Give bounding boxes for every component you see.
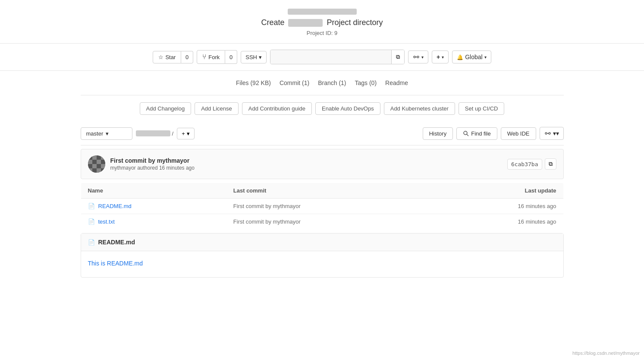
add-kubernetes-button[interactable]: Add Kubernetes cluster (384, 102, 455, 115)
file-link-readme[interactable]: README.md (88, 203, 220, 209)
compare-dropdown-icon: ▾ (421, 55, 424, 60)
file-link-testtxt[interactable]: test.txt (88, 218, 220, 225)
add-dropdown-icon: ▾ (187, 130, 190, 137)
file-last-update-readme: 16 minutes ago (431, 199, 563, 214)
project-nav-breadcrumb (288, 9, 357, 15)
plus-label: + (182, 130, 185, 137)
quick-actions: Add Changelog Add License Add Contributi… (81, 95, 564, 122)
readme-title: README.md (98, 239, 135, 246)
readme-header: README.md (81, 234, 563, 251)
star-count: 0 (181, 51, 193, 63)
tab-readme[interactable]: Readme (385, 78, 408, 88)
svg-rect-14 (97, 164, 101, 168)
fork-button[interactable]: Fork (197, 50, 225, 64)
path-segment-blurred (136, 130, 170, 136)
readme-content: This is README.md (81, 251, 563, 277)
commit-info: First commit by mythmayor mythmayor auth… (81, 149, 564, 179)
file-last-commit-testtxt: First commit by mythmayor (226, 214, 431, 230)
col-last-commit: Last commit (226, 183, 431, 199)
project-name-blurred (288, 19, 323, 27)
enable-autodevops-button[interactable]: Enable Auto DevOps (315, 102, 380, 115)
project-header: Create Project directory Project ID: 9 (0, 0, 644, 44)
svg-point-1 (417, 56, 419, 58)
project-title: Create Project directory (0, 18, 644, 27)
history-button[interactable]: History (423, 127, 453, 140)
star-button-group: Star 0 (153, 51, 193, 63)
file-name-cell: README.md (81, 199, 226, 214)
file-toolbar: master / + ▾ History Find file (81, 122, 564, 145)
svg-point-6 (549, 133, 550, 134)
file-doc-icon (88, 218, 95, 225)
star-icon (158, 54, 163, 60)
clone-icon (544, 130, 551, 137)
global-dropdown-icon: ▾ (484, 55, 487, 60)
clone-repo-button[interactable]: ▾ (540, 127, 564, 140)
file-name: test.txt (98, 218, 115, 225)
file-table: Name Last commit Last update README.md F… (81, 183, 564, 230)
fork-icon (202, 53, 207, 61)
svg-rect-12 (101, 160, 105, 164)
tab-branch[interactable]: Branch (1) (318, 78, 346, 88)
find-file-label: Find file (471, 130, 491, 137)
svg-rect-9 (88, 155, 92, 160)
path-display: / (136, 130, 174, 137)
tab-files[interactable]: Files (92 KB) (236, 78, 271, 88)
clone-url-input[interactable] (270, 50, 391, 64)
branch-selector[interactable]: master (81, 127, 132, 140)
commit-hash-area: 6cab37ba (507, 158, 556, 170)
add-contribution-button[interactable]: Add Contribution guide (242, 102, 312, 115)
commit-meta: mythmayor authored 16 minutes ago (110, 165, 502, 171)
web-ide-button[interactable]: Web IDE (501, 127, 536, 140)
file-table-body: README.md First commit by mythmayor 16 m… (81, 199, 563, 230)
bell-button[interactable]: Global ▾ (452, 51, 491, 63)
action-bar: Star 0 Fork 0 SSH (0, 44, 644, 71)
svg-rect-10 (92, 160, 97, 164)
path-add-button[interactable]: + ▾ (177, 128, 195, 139)
path-separator: / (172, 130, 174, 137)
add-changelog-button[interactable]: Add Changelog (140, 102, 192, 115)
setup-cicd-button[interactable]: Set up CI/CD (459, 102, 505, 115)
table-row: test.txt First commit by mythmayor 16 mi… (81, 214, 563, 230)
file-last-update-testtxt: 16 minutes ago (431, 214, 563, 230)
svg-rect-15 (92, 168, 97, 173)
svg-line-4 (467, 134, 468, 136)
svg-point-3 (464, 131, 467, 135)
commit-time: 16 minutes ago (159, 165, 195, 171)
commit-author: mythmayor (110, 165, 136, 171)
readme-text: This is README.md (88, 260, 143, 267)
find-file-button[interactable]: Find file (456, 127, 497, 140)
commit-details: First commit by mythmayor mythmayor auth… (110, 157, 502, 171)
copy-hash-button[interactable] (545, 158, 556, 170)
tab-commit[interactable]: Commit (1) (280, 78, 309, 88)
commit-avatar (88, 155, 105, 173)
main-content: Files (92 KB) Commit (1) Branch (1) Tags… (72, 71, 572, 278)
page-wrapper: Create Project directory Project ID: 9 S… (0, 0, 644, 278)
svg-rect-16 (101, 168, 105, 173)
table-row: README.md First commit by mythmayor 16 m… (81, 199, 563, 214)
plus-icon (437, 54, 440, 60)
file-name: README.md (98, 203, 132, 209)
commit-message: First commit by mythmayor (110, 157, 502, 164)
compare-button[interactable]: ▾ (408, 51, 428, 63)
add-license-button[interactable]: Add License (195, 102, 239, 115)
search-icon (463, 130, 469, 136)
copy-url-button[interactable] (391, 50, 404, 64)
ssh-button[interactable]: SSH (241, 51, 267, 63)
star-button[interactable]: Star (153, 51, 181, 63)
svg-point-5 (545, 133, 547, 134)
branch-name: master (86, 130, 104, 137)
tab-tags[interactable]: Tags (0) (355, 78, 377, 88)
clone-url-field (270, 50, 405, 64)
file-doc-icon (88, 203, 95, 209)
col-last-update: Last update (431, 183, 563, 199)
svg-rect-11 (97, 155, 101, 160)
svg-rect-13 (88, 164, 92, 168)
plus-button[interactable]: ▾ (432, 51, 449, 63)
fork-count: 0 (225, 50, 237, 64)
fork-label: Fork (208, 54, 220, 60)
plus-dropdown-icon: ▾ (442, 55, 444, 60)
readme-file-icon (88, 239, 95, 246)
repo-tabs: Files (92 KB) Commit (1) Branch (1) Tags… (81, 71, 564, 95)
file-name-cell: test.txt (81, 214, 226, 230)
copy-icon (396, 54, 400, 60)
